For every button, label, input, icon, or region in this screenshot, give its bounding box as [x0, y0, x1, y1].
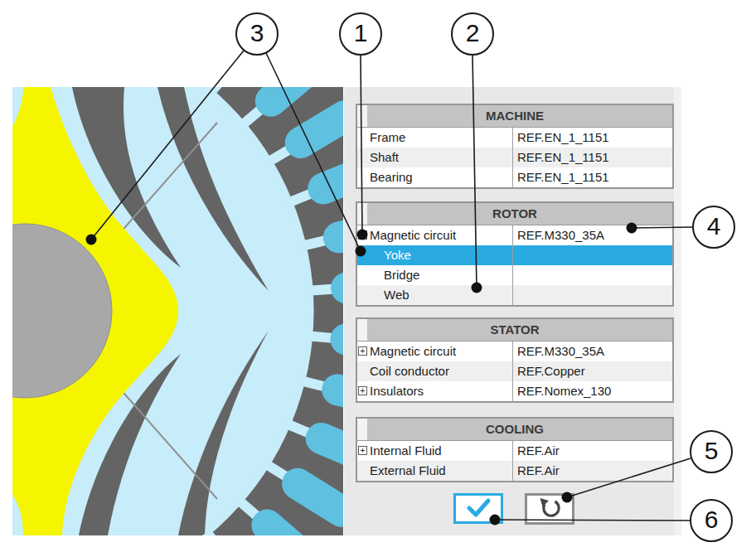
row-frame[interactable]: Frame REF.EN_1_1151: [357, 128, 672, 148]
row-bridge[interactable]: Bridge: [357, 265, 672, 285]
header-strip: [357, 105, 367, 127]
stator-title: STATOR: [490, 322, 539, 337]
cooling-table: COOLING + Internal Fluid REF.Air Externa…: [356, 417, 674, 482]
check-icon: [458, 497, 499, 519]
row-insulators[interactable]: + Insulators REF.Nomex_130: [357, 381, 672, 401]
callout-2: 2: [451, 12, 494, 56]
rotor-title: ROTOR: [492, 206, 537, 220]
machine-title: MACHINE: [486, 109, 544, 123]
validate-button[interactable]: [453, 493, 503, 524]
reset-button[interactable]: [525, 493, 574, 525]
row-internal-fluid[interactable]: + Internal Fluid REF.Air: [357, 441, 672, 461]
row-web[interactable]: Web: [357, 285, 672, 305]
rotor-table: ROTOR − Magnetic circuit REF.M330_35A Yo…: [356, 201, 674, 307]
callout-3: 3: [235, 12, 279, 56]
machine-table: MACHINE Frame REF.EN_1_1151 Shaft REF.EN…: [356, 104, 674, 189]
callout-5: 5: [690, 430, 733, 473]
callout-1: 1: [339, 12, 382, 56]
row-coil-conductor[interactable]: Coil conductor REF.Copper: [357, 361, 672, 381]
header-strip: [357, 419, 367, 440]
cooling-title: COOLING: [486, 422, 544, 436]
cooling-table-header: COOLING: [357, 419, 672, 441]
row-external-fluid[interactable]: External Fluid REF.Air: [357, 461, 672, 481]
expand-icon[interactable]: +: [358, 446, 367, 455]
callout-6: 6: [690, 499, 733, 542]
panel-edge-strip: [674, 87, 681, 535]
expand-icon[interactable]: +: [358, 386, 367, 395]
callout-4: 4: [692, 206, 735, 249]
row-stator-magnetic-circuit[interactable]: + Magnetic circuit REF.M330_35A: [357, 341, 672, 361]
collapse-icon[interactable]: −: [358, 230, 367, 240]
motor-cross-section: [12, 87, 343, 535]
row-rotor-magnetic-circuit[interactable]: − Magnetic circuit REF.M330_35A: [357, 225, 672, 245]
reset-arrow-icon: [538, 497, 561, 521]
row-yoke-selected[interactable]: Yoke: [357, 245, 672, 265]
machine-table-header: MACHINE: [357, 105, 672, 128]
rotor-table-header: ROTOR: [357, 203, 672, 225]
header-strip: [357, 319, 367, 341]
app-window: MACHINE Frame REF.EN_1_1151 Shaft REF.EN…: [0, 0, 756, 557]
row-shaft[interactable]: Shaft REF.EN_1_1151: [357, 148, 672, 167]
stator-table-header: STATOR: [357, 319, 672, 341]
expand-icon[interactable]: +: [358, 346, 367, 356]
stator-table: STATOR + Magnetic circuit REF.M330_35A C…: [356, 317, 674, 403]
header-strip: [357, 203, 367, 225]
row-bearing[interactable]: Bearing REF.EN_1_1151: [357, 167, 672, 187]
